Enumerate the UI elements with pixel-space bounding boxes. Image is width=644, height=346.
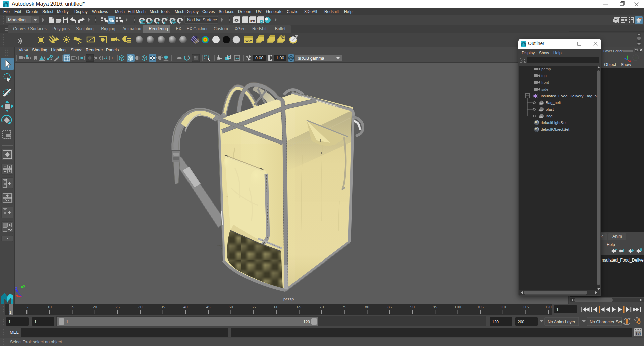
svg-text:15: 15 bbox=[70, 305, 74, 309]
svg-text:Insulated_Food_Delivery_Bag_nc: Insulated_Food_Delivery_Bag_ncl bbox=[541, 94, 599, 98]
svg-text:55: 55 bbox=[252, 305, 256, 309]
svg-text:85: 85 bbox=[387, 305, 392, 309]
svg-text:No Character Set: No Character Set bbox=[590, 320, 622, 324]
svg-text:defaultLightSet: defaultLightSet bbox=[541, 121, 567, 125]
svg-text:plast: plast bbox=[546, 107, 554, 111]
svg-text:z: z bbox=[15, 286, 17, 291]
svg-text:95: 95 bbox=[433, 305, 437, 309]
svg-text:110: 110 bbox=[500, 305, 506, 309]
svg-text:y: y bbox=[23, 283, 26, 288]
svg-text:10: 10 bbox=[47, 305, 52, 309]
svg-text:30: 30 bbox=[138, 305, 143, 309]
svg-text:1: 1 bbox=[8, 320, 11, 324]
svg-text:side: side bbox=[541, 87, 548, 91]
svg-text:No Anim Layer: No Anim Layer bbox=[548, 320, 575, 324]
svg-text:25: 25 bbox=[115, 305, 120, 309]
svg-text:35: 35 bbox=[161, 305, 165, 309]
svg-text:100: 100 bbox=[454, 305, 461, 309]
svg-text:115: 115 bbox=[523, 305, 529, 309]
svg-text:50: 50 bbox=[229, 305, 233, 309]
svg-text:sRGB gamma: sRGB gamma bbox=[298, 56, 324, 61]
svg-text:5: 5 bbox=[26, 305, 28, 309]
svg-text:Modeling: Modeling bbox=[8, 17, 26, 22]
svg-text:1: 1 bbox=[556, 307, 559, 312]
svg-text:105: 105 bbox=[477, 305, 484, 309]
svg-text:120: 120 bbox=[545, 305, 551, 309]
svg-text:No Live Surface: No Live Surface bbox=[187, 18, 217, 22]
svg-text:120: 120 bbox=[492, 320, 499, 324]
svg-text:Bag_belt: Bag_belt bbox=[546, 101, 561, 105]
svg-text:T: T bbox=[111, 56, 113, 60]
svg-text:80: 80 bbox=[365, 305, 369, 309]
svg-text:top: top bbox=[541, 74, 547, 78]
svg-text:front: front bbox=[541, 80, 549, 84]
svg-text:1.00: 1.00 bbox=[276, 56, 284, 60]
svg-text:20: 20 bbox=[93, 305, 97, 309]
svg-text:1: 1 bbox=[9, 310, 11, 314]
svg-text:45: 45 bbox=[206, 305, 211, 309]
svg-text:1: 1 bbox=[34, 320, 37, 324]
svg-text:60: 60 bbox=[274, 305, 278, 309]
svg-text:200: 200 bbox=[518, 320, 524, 324]
svg-text:40: 40 bbox=[183, 305, 188, 309]
svg-text:Bag: Bag bbox=[546, 114, 552, 118]
svg-text:persp: persp bbox=[283, 297, 294, 301]
svg-text:ON: ON bbox=[289, 57, 293, 60]
svg-text:65: 65 bbox=[297, 305, 301, 309]
svg-text:75: 75 bbox=[342, 305, 346, 309]
svg-text:70: 70 bbox=[320, 305, 324, 309]
svg-text:{;}: {;} bbox=[636, 332, 641, 336]
svg-text:IPR: IPR bbox=[250, 19, 255, 22]
svg-text:90: 90 bbox=[410, 305, 415, 309]
svg-text:persp: persp bbox=[541, 67, 551, 71]
svg-text:0.00: 0.00 bbox=[255, 56, 263, 60]
svg-text:1: 1 bbox=[66, 320, 68, 324]
svg-text:defaultObjectSet: defaultObjectSet bbox=[541, 127, 570, 131]
svg-text:120: 120 bbox=[303, 320, 310, 324]
